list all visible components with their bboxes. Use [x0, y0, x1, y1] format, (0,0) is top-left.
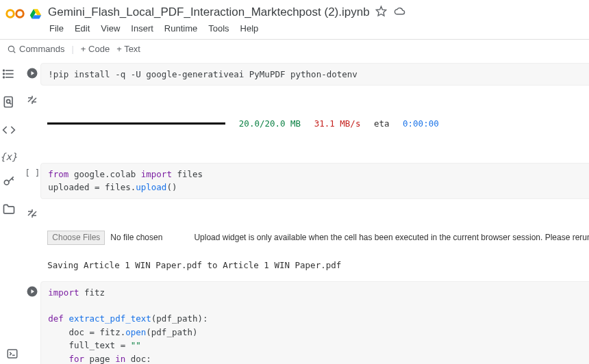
- svg-line-15: [12, 179, 13, 181]
- progress-rate: 31.1 MB/s: [314, 118, 361, 130]
- svg-line-19: [28, 211, 32, 216]
- svg-line-20: [32, 211, 36, 216]
- cell-output: 20.0/20.0 MB 31.1 MB/s eta 0:00:00: [24, 90, 589, 157]
- output-toggle-icon[interactable]: [24, 203, 40, 220]
- code-editor[interactable]: from google.colab import files uploaded …: [40, 163, 589, 199]
- menu-view[interactable]: View: [101, 23, 120, 34]
- commands-button[interactable]: Commands: [7, 44, 64, 54]
- choose-files-button: Choose Files: [47, 231, 105, 245]
- svg-rect-24: [8, 350, 17, 358]
- drive-logo-icon: [29, 8, 42, 22]
- code-snippets-icon[interactable]: [2, 123, 16, 139]
- add-code-button[interactable]: + Code: [81, 44, 110, 54]
- code-editor[interactable]: !pip install -q -U google-generativeai P…: [40, 63, 589, 86]
- menu-tools[interactable]: Tools: [208, 23, 229, 34]
- app-header: Gemini_Flash_Local_PDF_Interaction_Markt…: [0, 0, 589, 40]
- toolbar: Commands | + Code + Text: [0, 40, 589, 59]
- save-message: Saving Article 1 WIN Paper.pdf to Articl…: [47, 260, 341, 270]
- terminal-icon[interactable]: [0, 343, 25, 364]
- notebook-title[interactable]: Gemini_Flash_Local_PDF_Interaction_Markt…: [48, 5, 370, 19]
- variables-icon[interactable]: {x}: [0, 151, 17, 162]
- progress-eta: 0:00:00: [403, 118, 439, 130]
- svg-point-1: [16, 10, 24, 18]
- find-icon[interactable]: [2, 95, 16, 111]
- svg-point-0: [7, 10, 14, 18]
- svg-point-7: [3, 70, 4, 71]
- file-chosen-label: No file chosen: [110, 232, 162, 244]
- output-toggle-icon[interactable]: [24, 90, 40, 106]
- left-sidebar: {x}: [0, 59, 17, 364]
- menu-help[interactable]: Help: [240, 23, 259, 34]
- svg-point-8: [3, 73, 4, 75]
- run-cell-button[interactable]: [24, 281, 40, 298]
- toc-icon[interactable]: [2, 67, 16, 83]
- colab-logo-icon: [5, 7, 25, 23]
- code-cell[interactable]: !pip install -q -U google-generativeai P…: [24, 63, 589, 86]
- cloud-icon[interactable]: [394, 5, 405, 19]
- svg-rect-10: [4, 97, 12, 107]
- notebook-area: !pip install -q -U google-generativeai P…: [17, 59, 589, 364]
- menu-runtime[interactable]: Runtime: [164, 23, 197, 34]
- secrets-icon[interactable]: [2, 174, 16, 190]
- menu-file[interactable]: File: [49, 23, 64, 34]
- progress-bar: [47, 122, 225, 125]
- add-text-button[interactable]: + Text: [116, 44, 140, 54]
- menu-insert[interactable]: Insert: [131, 23, 153, 34]
- run-cell-button[interactable]: [24, 63, 40, 79]
- star-icon[interactable]: [375, 5, 387, 19]
- svg-line-3: [13, 51, 15, 53]
- svg-point-2: [8, 46, 14, 51]
- code-cell[interactable]: import fitz def extract_pdf_text(pdf_pat…: [24, 281, 589, 364]
- cell-output: Choose Files No file chosen Upload widge…: [24, 203, 589, 274]
- svg-line-17: [28, 98, 32, 102]
- menu-bar: File Edit View Insert Runtime Tools Help: [48, 19, 581, 39]
- menu-edit[interactable]: Edit: [75, 23, 90, 34]
- upload-warning: Upload widget is only available when the…: [194, 232, 589, 244]
- svg-line-18: [32, 98, 36, 102]
- progress-eta-label: eta: [374, 118, 390, 130]
- progress-done: 20.0/20.0 MB: [239, 118, 301, 130]
- svg-point-9: [3, 77, 4, 78]
- svg-point-13: [4, 180, 9, 185]
- execution-count: [ ]: [25, 167, 40, 178]
- files-icon[interactable]: [2, 203, 16, 218]
- commands-label: Commands: [19, 44, 64, 54]
- code-cell[interactable]: [ ] from google.colab import files uploa…: [24, 163, 589, 199]
- code-editor[interactable]: import fitz def extract_pdf_text(pdf_pat…: [40, 281, 589, 364]
- svg-line-12: [9, 103, 11, 105]
